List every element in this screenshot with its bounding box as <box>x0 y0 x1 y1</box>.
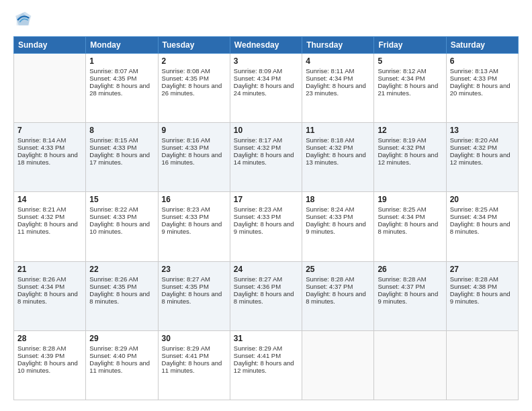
sunset-text: Sunset: 4:34 PM <box>306 75 370 82</box>
daylight-text: Daylight: 8 hours and 8 minutes. <box>17 290 82 305</box>
calendar-week-row: 21Sunrise: 8:26 AMSunset: 4:34 PMDayligh… <box>14 261 519 330</box>
daylight-text: Daylight: 8 hours and 8 minutes. <box>378 220 442 235</box>
calendar-cell: 31Sunrise: 8:29 AMSunset: 4:41 PMDayligh… <box>230 330 302 400</box>
calendar-cell: 29Sunrise: 8:29 AMSunset: 4:40 PMDayligh… <box>86 330 158 400</box>
daylight-text: Daylight: 8 hours and 11 minutes. <box>162 359 226 374</box>
daylight-text: Daylight: 8 hours and 8 minutes. <box>306 290 370 305</box>
sunset-text: Sunset: 4:34 PM <box>17 283 82 290</box>
sunset-text: Sunset: 4:34 PM <box>378 213 442 220</box>
day-number: 19 <box>378 195 442 204</box>
daylight-text: Daylight: 8 hours and 10 minutes. <box>17 359 82 374</box>
sunset-text: Sunset: 4:40 PM <box>89 352 154 359</box>
calendar-week-row: 28Sunrise: 8:28 AMSunset: 4:39 PMDayligh… <box>14 330 519 400</box>
sunrise-text: Sunrise: 8:14 AM <box>17 136 82 144</box>
day-number: 25 <box>306 265 370 274</box>
day-number: 3 <box>234 56 298 66</box>
daylight-text: Daylight: 8 hours and 24 minutes. <box>234 82 298 97</box>
daylight-text: Daylight: 8 hours and 13 minutes. <box>306 151 370 166</box>
sunrise-text: Sunrise: 8:26 AM <box>17 275 82 283</box>
day-number: 6 <box>450 56 515 66</box>
daylight-text: Daylight: 8 hours and 23 minutes. <box>306 82 370 97</box>
day-number: 18 <box>306 195 370 204</box>
sunset-text: Sunset: 4:33 PM <box>162 213 226 220</box>
sunrise-text: Sunrise: 8:27 AM <box>162 275 226 283</box>
sunset-text: Sunset: 4:39 PM <box>17 352 82 359</box>
sunset-text: Sunset: 4:36 PM <box>234 283 298 290</box>
calendar-cell: 9Sunrise: 8:16 AMSunset: 4:33 PMDaylight… <box>158 123 230 192</box>
daylight-text: Daylight: 8 hours and 8 minutes. <box>450 220 515 235</box>
sunrise-text: Sunrise: 8:25 AM <box>378 205 442 213</box>
daylight-text: Daylight: 8 hours and 26 minutes. <box>162 82 226 97</box>
sunset-text: Sunset: 4:37 PM <box>306 283 370 290</box>
sunrise-text: Sunrise: 8:11 AM <box>306 67 370 75</box>
calendar-cell: 26Sunrise: 8:28 AMSunset: 4:37 PMDayligh… <box>374 261 446 330</box>
calendar-cell: 15Sunrise: 8:22 AMSunset: 4:33 PMDayligh… <box>86 192 158 261</box>
day-number: 8 <box>89 126 154 135</box>
day-number: 30 <box>162 334 226 343</box>
sunset-text: Sunset: 4:41 PM <box>162 352 226 359</box>
calendar-week-row: 7Sunrise: 8:14 AMSunset: 4:33 PMDaylight… <box>14 123 519 192</box>
sunrise-text: Sunrise: 8:28 AM <box>378 275 442 283</box>
calendar-cell: 1Sunrise: 8:07 AMSunset: 4:35 PMDaylight… <box>86 54 158 123</box>
calendar-cell: 25Sunrise: 8:28 AMSunset: 4:37 PMDayligh… <box>302 261 374 330</box>
calendar: SundayMondayTuesdayWednesdayThursdayFrid… <box>13 36 519 400</box>
calendar-header-monday: Monday <box>86 37 158 54</box>
day-number: 9 <box>162 126 226 135</box>
calendar-header-wednesday: Wednesday <box>230 37 302 54</box>
sunset-text: Sunset: 4:32 PM <box>17 213 82 220</box>
day-number: 27 <box>450 265 515 274</box>
calendar-cell <box>446 330 518 400</box>
sunrise-text: Sunrise: 8:17 AM <box>234 136 298 144</box>
sunset-text: Sunset: 4:33 PM <box>17 144 82 151</box>
daylight-text: Daylight: 8 hours and 9 minutes. <box>378 290 442 305</box>
logo-icon <box>13 11 32 30</box>
sunset-text: Sunset: 4:34 PM <box>378 75 442 82</box>
sunrise-text: Sunrise: 8:21 AM <box>17 205 82 213</box>
calendar-header-row: SundayMondayTuesdayWednesdayThursdayFrid… <box>14 37 519 54</box>
sunset-text: Sunset: 4:35 PM <box>162 283 226 290</box>
calendar-cell: 10Sunrise: 8:17 AMSunset: 4:32 PMDayligh… <box>230 123 302 192</box>
sunrise-text: Sunrise: 8:27 AM <box>234 275 298 283</box>
sunset-text: Sunset: 4:33 PM <box>306 213 370 220</box>
calendar-cell: 23Sunrise: 8:27 AMSunset: 4:35 PMDayligh… <box>158 261 230 330</box>
day-number: 14 <box>17 195 82 204</box>
day-number: 22 <box>89 265 154 274</box>
daylight-text: Daylight: 8 hours and 9 minutes. <box>234 220 298 235</box>
day-number: 1 <box>89 56 154 66</box>
sunset-text: Sunset: 4:33 PM <box>89 144 154 151</box>
sunrise-text: Sunrise: 8:26 AM <box>89 275 154 283</box>
daylight-text: Daylight: 8 hours and 17 minutes. <box>89 151 154 166</box>
calendar-cell: 28Sunrise: 8:28 AMSunset: 4:39 PMDayligh… <box>14 330 86 400</box>
day-number: 12 <box>378 126 442 135</box>
calendar-week-row: 14Sunrise: 8:21 AMSunset: 4:32 PMDayligh… <box>14 192 519 261</box>
calendar-header-sunday: Sunday <box>14 37 86 54</box>
day-number: 15 <box>89 195 154 204</box>
sunrise-text: Sunrise: 8:28 AM <box>306 275 370 283</box>
daylight-text: Daylight: 8 hours and 10 minutes. <box>89 220 154 235</box>
daylight-text: Daylight: 8 hours and 8 minutes. <box>234 290 298 305</box>
calendar-cell: 4Sunrise: 8:11 AMSunset: 4:34 PMDaylight… <box>302 54 374 123</box>
day-number: 29 <box>89 334 154 343</box>
daylight-text: Daylight: 8 hours and 9 minutes. <box>306 220 370 235</box>
sunrise-text: Sunrise: 8:09 AM <box>234 67 298 75</box>
sunrise-text: Sunrise: 8:22 AM <box>89 205 154 213</box>
header <box>13 11 519 30</box>
sunrise-text: Sunrise: 8:16 AM <box>162 136 226 144</box>
sunset-text: Sunset: 4:34 PM <box>450 213 515 220</box>
sunrise-text: Sunrise: 8:07 AM <box>89 67 154 75</box>
calendar-cell: 8Sunrise: 8:15 AMSunset: 4:33 PMDaylight… <box>86 123 158 192</box>
calendar-cell: 27Sunrise: 8:28 AMSunset: 4:38 PMDayligh… <box>446 261 518 330</box>
calendar-header-thursday: Thursday <box>302 37 374 54</box>
sunset-text: Sunset: 4:33 PM <box>450 75 515 82</box>
day-number: 24 <box>234 265 298 274</box>
daylight-text: Daylight: 8 hours and 12 minutes. <box>378 151 442 166</box>
sunrise-text: Sunrise: 8:08 AM <box>162 67 226 75</box>
sunset-text: Sunset: 4:33 PM <box>234 213 298 220</box>
calendar-cell <box>14 54 86 123</box>
day-number: 7 <box>17 126 82 135</box>
sunset-text: Sunset: 4:32 PM <box>306 144 370 151</box>
sunset-text: Sunset: 4:35 PM <box>89 75 154 82</box>
calendar-cell: 30Sunrise: 8:29 AMSunset: 4:41 PMDayligh… <box>158 330 230 400</box>
calendar-cell: 14Sunrise: 8:21 AMSunset: 4:32 PMDayligh… <box>14 192 86 261</box>
day-number: 10 <box>234 126 298 135</box>
